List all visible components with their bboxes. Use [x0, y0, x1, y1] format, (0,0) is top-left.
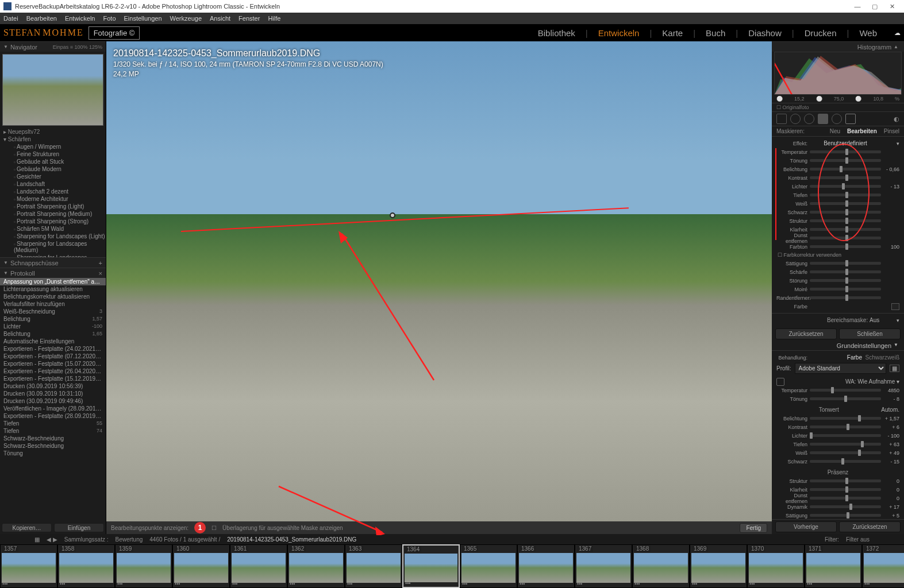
- photo-canvas[interactable]: 20190814-142325-0453_Sommerurlaub2019.DN…: [106, 41, 772, 521]
- history-step[interactable]: Belichtungskorrektur aktualisieren: [0, 293, 106, 300]
- presence-slider[interactable]: Dynamik+ 17: [772, 502, 904, 511]
- history-step[interactable]: Weiß-Beschneidung3: [0, 308, 106, 315]
- history-step[interactable]: Exportieren - Festplatte (28.09.2019 22:…: [0, 412, 106, 420]
- tone-slider[interactable]: Schwarz- 15: [772, 457, 904, 466]
- preset-item[interactable]: Portrait Sharpening (Medium): [3, 210, 106, 218]
- done-button[interactable]: Fertig: [740, 523, 767, 533]
- tone-slider[interactable]: Lichter- 100: [772, 431, 904, 440]
- wb-slider[interactable]: Temperatur4850: [772, 386, 904, 394]
- history-step[interactable]: Lichteranpassung aktualisieren: [0, 285, 106, 293]
- preset-item[interactable]: Landschaft 2 dezent: [3, 188, 106, 195]
- redeye-tool-icon[interactable]: [804, 114, 814, 124]
- module-diashow[interactable]: Diashow: [748, 28, 782, 38]
- histogram[interactable]: [774, 52, 902, 95]
- history-step[interactable]: Lichter-100: [0, 323, 106, 330]
- history-step[interactable]: Exportieren - Festplatte (15.12.2019 19:…: [0, 375, 106, 382]
- history-step[interactable]: Schwarz-Beschneidung: [0, 435, 106, 442]
- minimize-button[interactable]: —: [849, 3, 866, 10]
- preset-item[interactable]: Landschaft: [3, 180, 106, 188]
- mask-tab-new[interactable]: Neu: [830, 128, 840, 134]
- tone-slider[interactable]: Belichtung+ 1,57: [772, 414, 904, 423]
- profile-select[interactable]: Adobe Standard: [795, 363, 886, 374]
- filmstrip-thumbnail[interactable]: 1358•••: [57, 544, 115, 588]
- treatment-bw[interactable]: Schwarzweiß: [865, 354, 899, 361]
- navigator-header[interactable]: ▼ Navigator Einpas ≡ 100% 125%: [0, 41, 106, 52]
- range-mask-dropdown[interactable]: Aus: [870, 317, 879, 323]
- mask-tab-edit[interactable]: Bearbeiten: [847, 128, 877, 134]
- mask-slider[interactable]: Temperatur: [772, 148, 904, 156]
- menu-einstellungen[interactable]: Einstellungen: [124, 15, 162, 22]
- preset-item[interactable]: Sharpening for Landscapes (Medium): [3, 240, 106, 254]
- mask-slider[interactable]: Moiré: [772, 285, 904, 293]
- menu-fenster[interactable]: Fenster: [238, 15, 260, 22]
- radial-filter-tool-icon[interactable]: [832, 114, 842, 124]
- mask-slider[interactable]: Sättigung: [772, 259, 904, 268]
- effect-dropdown[interactable]: Benutzerdefiniert: [810, 140, 881, 146]
- gradient-filter-pin[interactable]: [390, 212, 395, 218]
- mask-reset-button[interactable]: Zurücksetzen: [775, 328, 837, 339]
- history-step[interactable]: Veröffentlichen - Imagely (28.09.2019 22…: [0, 405, 106, 412]
- basic-panel-header[interactable]: Grundeinstellungen▼: [772, 341, 904, 350]
- module-web[interactable]: Web: [859, 28, 877, 38]
- menu-ansicht[interactable]: Ansicht: [210, 15, 230, 22]
- auto-tone-button[interactable]: Autom.: [881, 407, 899, 413]
- history-step[interactable]: Tönung: [0, 450, 106, 457]
- mask-slider[interactable]: Dunst entfernen: [772, 234, 904, 242]
- graduated-filter-tool-icon[interactable]: [818, 114, 828, 124]
- close-button[interactable]: ✕: [883, 3, 901, 10]
- filmstrip-thumbnail[interactable]: 1359•••: [115, 544, 172, 588]
- history-step[interactable]: Anpassung von „Dunst entfernen" aktualis…: [0, 278, 106, 285]
- wb-slider[interactable]: Tönung- 8: [772, 394, 904, 403]
- grid-icon[interactable]: ▦: [34, 536, 40, 543]
- filmstrip-thumbnail[interactable]: 1362•••: [287, 544, 345, 588]
- cloud-sync-icon[interactable]: ☁: [894, 29, 901, 37]
- history-header[interactable]: ▼Protokoll×: [0, 268, 106, 278]
- preset-item[interactable]: Feine Strukturen: [3, 150, 106, 158]
- history-step[interactable]: Exportieren - Festplatte (24.02.2021 14:…: [0, 345, 106, 353]
- history-step[interactable]: Tiefen74: [0, 427, 106, 435]
- preset-item[interactable]: Portrait Sharpening (Light): [3, 203, 106, 210]
- presence-slider[interactable]: Sättigung+ 5: [772, 511, 904, 519]
- menu-datei[interactable]: Datei: [3, 15, 18, 22]
- history-step[interactable]: Drucken (30.09.2019 10:56:39): [0, 382, 106, 390]
- mask-slider[interactable]: Störung: [772, 276, 904, 285]
- filter-off-toggle[interactable]: Filter aus: [846, 536, 870, 543]
- hue-slider[interactable]: [810, 245, 881, 248]
- filmstrip-thumbnail[interactable]: 1367•••: [575, 544, 632, 588]
- menu-entwickeln[interactable]: Entwickeln: [65, 15, 95, 22]
- preset-item[interactable]: Sharpening for Landscapes (Light): [3, 233, 106, 240]
- preset-group[interactable]: ▸ Neuepsltv72: [3, 128, 106, 136]
- mask-slider[interactable]: Schwarz: [772, 208, 904, 216]
- history-step[interactable]: Belichtung1,57: [0, 315, 106, 323]
- original-photo-checkbox[interactable]: Originalfoto: [783, 105, 809, 110]
- mask-slider[interactable]: Belichtung- 0,66: [772, 165, 904, 173]
- copy-button[interactable]: Kopieren…: [2, 523, 52, 532]
- mask-slider[interactable]: Schärfe: [772, 268, 904, 276]
- history-step[interactable]: Drucken (30.09.2019 09:49:46): [0, 397, 106, 405]
- mask-slider[interactable]: Struktur: [772, 216, 904, 225]
- mask-slider[interactable]: Tönung: [772, 156, 904, 165]
- mask-slider[interactable]: Tiefen: [772, 191, 904, 199]
- presence-slider[interactable]: Dunst entfernen0: [772, 494, 904, 502]
- color-swatch[interactable]: [891, 303, 899, 310]
- filmstrip-thumbnail[interactable]: 1357•••: [0, 544, 57, 588]
- color-correction-checkbox[interactable]: Farbkorrektur verwenden: [784, 252, 842, 258]
- filmstrip-thumbnail[interactable]: 1366•••: [517, 544, 575, 588]
- crop-tool-icon[interactable]: [776, 114, 787, 124]
- mask-slider[interactable]: Weiß: [772, 199, 904, 208]
- tone-slider[interactable]: Weiß+ 49: [772, 448, 904, 457]
- filmstrip-thumbnail[interactable]: 1363•••: [345, 544, 402, 588]
- menu-werkzeuge[interactable]: Werkzeuge: [170, 15, 202, 22]
- module-drucken[interactable]: Drucken: [805, 28, 837, 38]
- filmstrip-thumbnail[interactable]: 1371•••: [805, 544, 862, 588]
- history-step[interactable]: Exportieren - Festplatte (15.07.2020 17:…: [0, 360, 106, 368]
- history-step[interactable]: Tiefen55: [0, 420, 106, 427]
- preset-item[interactable]: Gebäude alt Stuck: [3, 158, 106, 165]
- mask-close-button[interactable]: Schließen: [839, 328, 901, 339]
- module-karte[interactable]: Karte: [662, 28, 683, 38]
- overlay-checkbox-label[interactable]: Überlagerung für ausgewählte Maske anzei…: [222, 525, 343, 531]
- wb-dropdown[interactable]: Wie Aufnahme: [857, 378, 895, 385]
- histogram-header[interactable]: Histogramm▲: [772, 41, 904, 52]
- treatment-color[interactable]: Farbe: [847, 354, 862, 361]
- filmstrip-thumbnail[interactable]: 1361•••: [230, 544, 287, 588]
